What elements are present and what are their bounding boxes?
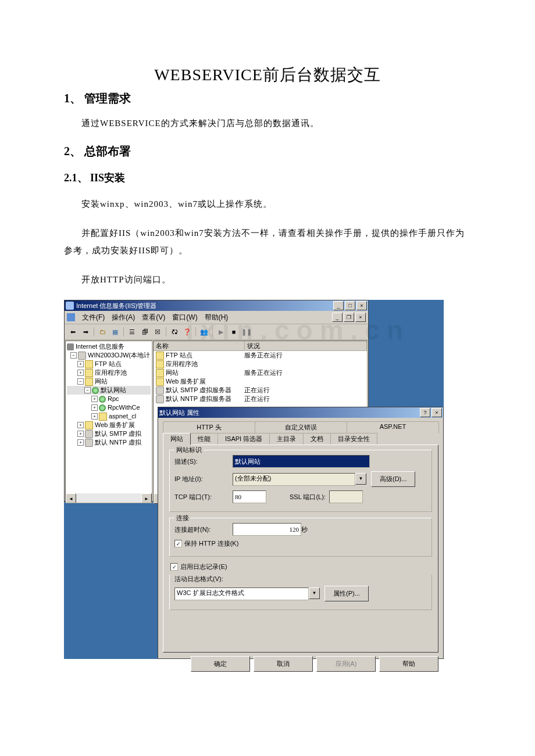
expand-icon[interactable]: + — [77, 439, 84, 446]
tree-pane[interactable]: Internet 信息服务 −WIN2003OJW(本地计 +FTP 站点 +应… — [65, 341, 152, 503]
heading-2: 2、 总部布署 — [64, 144, 471, 159]
tab-website[interactable]: 网站 — [163, 433, 191, 445]
input-description[interactable] — [233, 455, 370, 468]
list-row[interactable]: 默认 NNTP 虚拟服务器正在运行 — [154, 395, 367, 403]
collapse-icon[interactable]: − — [84, 387, 91, 393]
list-row[interactable]: 默认 SMTP 虚拟服务器正在运行 — [154, 386, 367, 395]
tree-root[interactable]: Internet 信息服务 — [67, 342, 151, 351]
list-row[interactable]: Web 服务扩展 — [154, 377, 367, 386]
menu-window[interactable]: 窗口(W) — [169, 313, 201, 323]
delete-icon[interactable]: ☒ — [152, 326, 163, 338]
tree-defaultsite[interactable]: −默认网站 — [67, 386, 151, 395]
mdi-restore-button[interactable]: ❐ — [344, 313, 354, 322]
dropdown-icon[interactable]: ▼ — [309, 587, 320, 599]
tab-http-header[interactable]: HTTP 头 — [163, 421, 255, 433]
checkbox-logging[interactable]: ✓ 启用日志记录(E) — [170, 562, 432, 571]
cancel-button[interactable]: 取消 — [254, 656, 313, 672]
menu-action[interactable]: 操作(A) — [108, 313, 138, 323]
show-hide-tree-icon[interactable]: ▦ — [109, 326, 121, 338]
menu-file[interactable]: 文件(F) — [79, 313, 108, 323]
tab-documents[interactable]: 文档 — [303, 433, 331, 445]
close-button[interactable]: × — [431, 408, 442, 417]
input-tcp-port[interactable] — [233, 490, 266, 503]
menu-view[interactable]: 查看(V) — [138, 313, 169, 323]
ok-button[interactable]: 确定 — [191, 656, 250, 672]
label-seconds: 秒 — [301, 525, 308, 534]
tree-aspnet[interactable]: +aspnet_cl — [67, 412, 151, 421]
close-button[interactable]: × — [356, 301, 367, 310]
folder-icon — [85, 378, 93, 386]
advanced-button[interactable]: 高级(D)... — [371, 471, 415, 487]
properties-icon[interactable]: ☰ — [126, 326, 138, 338]
expand-icon[interactable]: + — [91, 413, 98, 420]
minimize-button[interactable]: _ — [333, 301, 344, 310]
col-name[interactable]: 名称 — [154, 341, 245, 351]
expand-icon[interactable]: + — [91, 404, 98, 411]
group-site-id: 网站标识 描述(S): IP 地址(I): (全部未分配) ▼ 高级(D)... — [169, 450, 432, 512]
stop-icon[interactable]: ■ — [228, 326, 240, 338]
tree-webext[interactable]: +Web 服务扩展 — [67, 421, 151, 429]
collapse-icon[interactable]: − — [70, 352, 77, 359]
nnmp-icon — [156, 395, 164, 403]
combo-log-format[interactable]: W3C 扩展日志文件格式 ▼ — [174, 587, 320, 600]
pause-icon[interactable]: ❚❚ — [241, 326, 252, 338]
collapse-icon[interactable]: − — [77, 378, 84, 385]
prop-title-text: 默认网站 属性 — [159, 409, 199, 417]
input-timeout[interactable] — [233, 523, 301, 536]
prop-titlebar[interactable]: 默认网站 属性 ? × — [158, 407, 443, 418]
help-button[interactable]: 帮助 — [379, 656, 438, 672]
iis-titlebar[interactable]: Internet 信息服务(IIS)管理器 _ □ × — [65, 300, 368, 311]
play-icon[interactable]: ▶ — [215, 326, 227, 338]
expand-icon[interactable]: + — [77, 361, 84, 367]
computer-icon — [78, 352, 86, 360]
list-row[interactable]: FTP 站点服务正在运行 — [154, 351, 367, 360]
tree-websites[interactable]: −网站 — [67, 377, 151, 386]
scroll-left-icon[interactable]: ◄ — [66, 493, 76, 503]
folder-icon — [156, 378, 164, 386]
menubar: 文件(F) 操作(A) 查看(V) 窗口(W) 帮助(H) _ ❐ × — [65, 311, 368, 324]
tree-apppool[interactable]: +应用程序池 — [67, 368, 151, 377]
tree-scrollbar[interactable]: ◄ ► — [66, 493, 152, 503]
expand-icon[interactable]: + — [77, 431, 84, 437]
expand-icon[interactable]: + — [77, 370, 84, 376]
input-ssl-port[interactable] — [329, 490, 363, 503]
tree-host[interactable]: −WIN2003OJW(本地计 — [67, 351, 151, 360]
dropdown-icon[interactable]: ▼ — [355, 473, 366, 485]
expand-icon[interactable]: + — [77, 422, 84, 428]
nav-forward-icon[interactable]: ➡ — [80, 326, 91, 338]
tab-isapi[interactable]: ISAPI 筛选器 — [217, 433, 270, 445]
apply-button[interactable]: 应用(A) — [316, 656, 376, 672]
export-list-icon[interactable]: 🗐 — [139, 326, 151, 338]
group-site-legend: 网站标识 — [174, 446, 204, 454]
tab-custom-errors[interactable]: 自定义错误 — [255, 421, 347, 433]
up-icon[interactable]: 🗀 — [97, 326, 108, 338]
scroll-right-icon[interactable]: ► — [141, 493, 152, 503]
refresh-icon[interactable]: 🗘 — [169, 326, 180, 338]
help-icon[interactable]: ❓ — [181, 326, 193, 338]
log-properties-button[interactable]: 属性(P)... — [324, 586, 369, 601]
label-ssl-port: SSL 端口(L): — [290, 493, 326, 501]
nav-back-icon[interactable]: ⬅ — [67, 326, 79, 338]
tree-rpc[interactable]: +Rpc — [67, 395, 151, 403]
tree-ftp[interactable]: +FTP 站点 — [67, 360, 151, 368]
tab-performance[interactable]: 性能 — [190, 433, 218, 445]
combo-ip[interactable]: (全部未分配) ▼ — [233, 473, 366, 486]
tab-home-dir[interactable]: 主目录 — [269, 433, 304, 445]
tree-nntp[interactable]: +默认 NNTP 虚拟 — [67, 438, 151, 447]
mdi-minimize-button[interactable]: _ — [332, 313, 343, 322]
maximize-button[interactable]: □ — [345, 301, 355, 310]
permissions-icon[interactable]: 👥 — [198, 326, 210, 338]
col-status[interactable]: 状况 — [245, 341, 367, 351]
checkbox-keepalive[interactable]: ✓ 保持 HTTP 连接(K) — [174, 539, 427, 548]
help-button[interactable]: ? — [420, 408, 430, 417]
tree-rpcwithce[interactable]: +RpcWithCe — [67, 403, 151, 412]
menu-help[interactable]: 帮助(H) — [201, 313, 232, 323]
tab-dir-security[interactable]: 目录安全性 — [330, 433, 377, 445]
expand-icon[interactable]: + — [91, 396, 98, 402]
folder-icon — [85, 369, 93, 377]
mdi-close-button[interactable]: × — [355, 313, 366, 322]
tab-aspnet[interactable]: ASP.NET — [347, 421, 439, 433]
tree-smtp[interactable]: +默认 SMTP 虚拟 — [67, 429, 151, 438]
list-row[interactable]: 应用程序池 — [154, 360, 367, 368]
list-row[interactable]: 网站服务正在运行 — [154, 368, 367, 377]
